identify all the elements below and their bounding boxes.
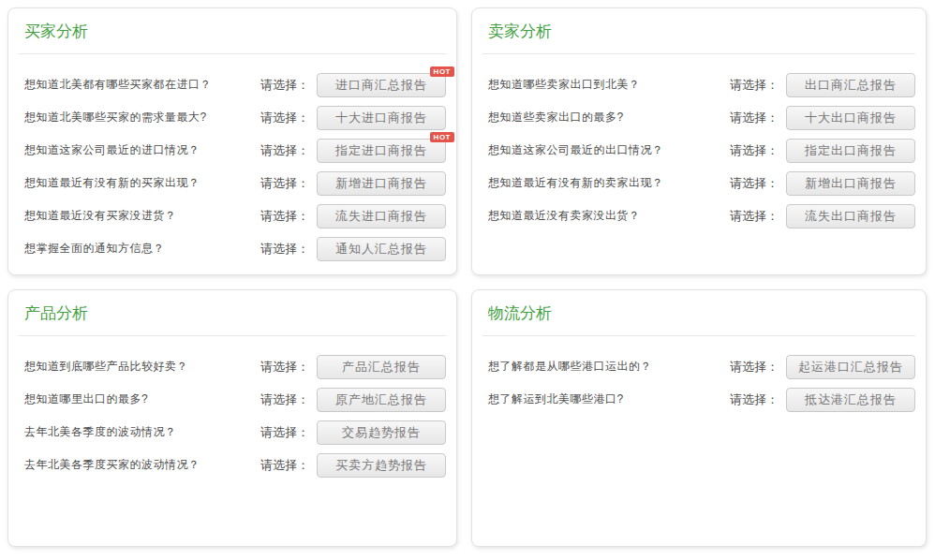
- report-button[interactable]: 交易趋势报告: [317, 420, 446, 445]
- report-button[interactable]: 指定出口商报告: [786, 139, 915, 163]
- report-button-label: 出口商汇总报告: [805, 78, 897, 92]
- panel-divider: [482, 53, 915, 54]
- report-row: 去年北美各季度买家的波动情况？ 请选择： 买卖方趋势报告: [17, 449, 448, 481]
- report-button[interactable]: 产品汇总报告: [317, 355, 446, 379]
- panel-title: 产品分析: [17, 290, 448, 335]
- select-label: 请选择：: [260, 208, 309, 225]
- report-row: 想掌握全面的通知方信息？ 请选择： 通知人汇总报告: [17, 232, 448, 265]
- question-text: 想知道最近没有买家没进货？: [24, 208, 260, 224]
- report-button-label: 原产地汇总报告: [335, 392, 427, 406]
- report-row: 想知道北美哪些买家的需求量最大? 请选择： 十大进口商报告: [17, 101, 448, 134]
- report-row: 想知道最近有没有新的买家出现？ 请选择： 新增进口商报告: [17, 167, 448, 199]
- panel-logistics-analysis: 物流分析 想了解都是从哪些港口运出的？ 请选择： 起运港口汇总报告 想了解运到北…: [471, 289, 927, 547]
- report-button-label: 指定进口商报告: [335, 143, 427, 157]
- report-button-label: 流失出口商报告: [805, 209, 897, 223]
- select-label: 请选择：: [260, 424, 309, 441]
- report-button-label: 流失进口商报告: [335, 209, 427, 223]
- report-button[interactable]: 新增进口商报告: [317, 171, 446, 196]
- report-button[interactable]: 抵达港汇总报告: [786, 388, 915, 412]
- report-button-label: 通知人汇总报告: [335, 242, 427, 256]
- report-row: 想知道这家公司最近的出口情况？ 请选择： 指定出口商报告: [481, 134, 917, 167]
- question-text: 想知道最近没有卖家没出货？: [488, 208, 730, 224]
- report-button-label: 新增出口商报告: [805, 176, 897, 190]
- question-text: 想知道这家公司最近的进口情况？: [24, 142, 260, 158]
- panel-product-analysis: 产品分析 想知道到底哪些产品比较好卖？ 请选择： 产品汇总报告 想知道哪里出口的…: [7, 289, 457, 547]
- report-button[interactable]: 十大出口商报告: [786, 106, 915, 130]
- select-label: 请选择：: [260, 391, 309, 408]
- select-label: 请选择：: [260, 457, 309, 474]
- report-row: 想了解运到北美哪些港口? 请选择： 抵达港汇总报告: [481, 383, 917, 416]
- question-text: 想知道最近有没有新的买家出现？: [24, 175, 260, 191]
- report-row: 想了解都是从哪些港口运出的？ 请选择： 起运港口汇总报告: [481, 350, 917, 383]
- select-label: 请选择：: [260, 359, 309, 376]
- question-text: 想知道哪些卖家出口到北美？: [488, 77, 730, 93]
- panel-title: 物流分析: [481, 290, 917, 335]
- select-label: 请选择：: [730, 208, 779, 225]
- select-label: 请选择：: [730, 391, 779, 408]
- question-text: 想知道这家公司最近的出口情况？: [488, 142, 730, 158]
- report-row: 想知道这家公司最近的进口情况？ 请选择： 指定进口商报告 HOT: [17, 134, 448, 167]
- select-label: 请选择：: [260, 110, 309, 126]
- report-button[interactable]: 起运港口汇总报告: [786, 355, 915, 379]
- hot-badge: HOT: [430, 66, 454, 77]
- select-label: 请选择：: [260, 241, 309, 258]
- select-label: 请选择：: [730, 77, 779, 94]
- report-row: 想知道最近没有卖家没出货？ 请选择： 流失出口商报告: [481, 199, 917, 232]
- report-rows: 想知道北美都有哪些买家都在进口？ 请选择： 进口商汇总报告 HOT 想知道北美哪…: [17, 68, 448, 265]
- report-button[interactable]: 指定进口商报告 HOT: [317, 139, 446, 163]
- panel-seller-analysis: 卖家分析 想知道哪些卖家出口到北美？ 请选择： 出口商汇总报告 想知道些卖家出口…: [471, 7, 927, 275]
- report-row: 想知道北美都有哪些买家都在进口？ 请选择： 进口商汇总报告 HOT: [17, 68, 448, 101]
- analysis-grid: 买家分析 想知道北美都有哪些买家都在进口？ 请选择： 进口商汇总报告 HOT 想…: [7, 7, 927, 547]
- report-button-label: 十大出口商报告: [805, 111, 897, 125]
- report-button[interactable]: 进口商汇总报告 HOT: [317, 73, 446, 97]
- select-label: 请选择：: [730, 175, 779, 192]
- question-text: 想知道些卖家出口的最多?: [488, 110, 730, 125]
- panel-title: 买家分析: [17, 8, 448, 53]
- report-button-label: 起运港口汇总报告: [798, 360, 903, 374]
- report-rows: 想了解都是从哪些港口运出的？ 请选择： 起运港口汇总报告 想了解运到北美哪些港口…: [481, 350, 917, 416]
- select-label: 请选择：: [730, 142, 779, 159]
- report-button[interactable]: 通知人汇总报告: [317, 237, 446, 261]
- report-button[interactable]: 买卖方趋势报告: [317, 453, 446, 478]
- report-button-label: 交易趋势报告: [342, 425, 421, 439]
- panel-divider: [19, 335, 446, 336]
- report-rows: 想知道到底哪些产品比较好卖？ 请选择： 产品汇总报告 想知道哪里出口的最多? 请…: [17, 350, 448, 481]
- report-button[interactable]: 新增出口商报告: [786, 171, 915, 196]
- question-text: 想知道到底哪些产品比较好卖？: [24, 359, 260, 375]
- question-text: 想知道北美哪些买家的需求量最大?: [24, 110, 260, 125]
- report-button-label: 产品汇总报告: [342, 360, 421, 374]
- panel-title: 卖家分析: [481, 8, 917, 53]
- report-row: 想知道最近有没有新的卖家出现？ 请选择： 新增出口商报告: [481, 167, 917, 199]
- question-text: 想了解都是从哪些港口运出的？: [488, 359, 730, 375]
- report-row: 想知道哪些卖家出口到北美？ 请选择： 出口商汇总报告: [481, 68, 917, 101]
- question-text: 去年北美各季度的波动情况？: [24, 424, 260, 440]
- report-rows: 想知道哪些卖家出口到北美？ 请选择： 出口商汇总报告 想知道些卖家出口的最多? …: [481, 68, 917, 232]
- report-row: 想知道哪里出口的最多? 请选择： 原产地汇总报告: [17, 383, 448, 416]
- question-text: 想掌握全面的通知方信息？: [24, 241, 260, 257]
- report-button[interactable]: 十大进口商报告: [317, 106, 446, 130]
- report-row: 想知道最近没有买家没进货？ 请选择： 流失进口商报告: [17, 199, 448, 232]
- question-text: 想了解运到北美哪些港口?: [488, 391, 730, 407]
- report-row: 想知道些卖家出口的最多? 请选择： 十大出口商报告: [481, 101, 917, 134]
- report-row: 想知道到底哪些产品比较好卖？ 请选择： 产品汇总报告: [17, 350, 448, 383]
- panel-divider: [19, 53, 446, 54]
- question-text: 想知道最近有没有新的卖家出现？: [488, 175, 730, 191]
- panel-buyer-analysis: 买家分析 想知道北美都有哪些买家都在进口？ 请选择： 进口商汇总报告 HOT 想…: [7, 7, 457, 275]
- select-label: 请选择：: [260, 175, 309, 192]
- report-button-label: 新增进口商报告: [335, 176, 427, 190]
- report-button-label: 十大进口商报告: [335, 111, 427, 125]
- report-button[interactable]: 流失进口商报告: [317, 204, 446, 228]
- question-text: 想知道北美都有哪些买家都在进口？: [24, 77, 260, 93]
- report-button-label: 抵达港汇总报告: [805, 392, 897, 406]
- report-row: 去年北美各季度的波动情况？ 请选择： 交易趋势报告: [17, 416, 448, 449]
- report-button-label: 指定出口商报告: [805, 143, 897, 157]
- report-button-label: 进口商汇总报告: [335, 78, 427, 92]
- report-button-label: 买卖方趋势报告: [335, 458, 427, 472]
- report-button[interactable]: 原产地汇总报告: [317, 388, 446, 412]
- report-button[interactable]: 流失出口商报告: [786, 204, 915, 228]
- report-button[interactable]: 出口商汇总报告: [786, 73, 915, 97]
- question-text: 想知道哪里出口的最多?: [24, 391, 260, 407]
- select-label: 请选择：: [730, 110, 779, 126]
- panel-divider: [482, 335, 915, 336]
- select-label: 请选择：: [260, 77, 309, 94]
